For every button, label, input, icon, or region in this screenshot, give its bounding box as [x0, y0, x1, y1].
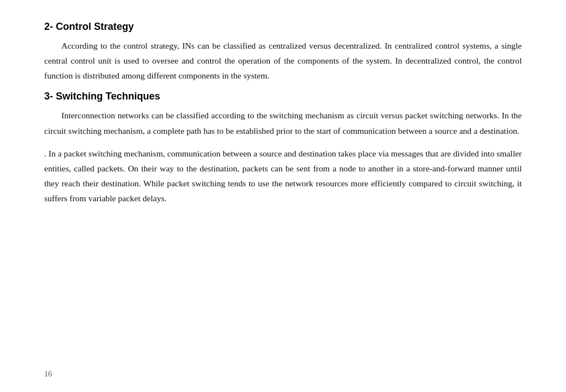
paragraph-switching-2: . In a packet switching mechanism, commu…: [44, 146, 522, 206]
page-content: 2- Control Strategy According to the con…: [18, 0, 548, 392]
section-heading-switching-techniques: 3- Switching Techniques: [44, 91, 522, 102]
paragraph-switching-1: Interconnection networks can be classifi…: [44, 108, 522, 138]
section-heading-control-strategy: 2- Control Strategy: [44, 21, 522, 33]
page-number: 16: [44, 370, 52, 379]
paragraph-control-strategy: According to the control strategy, INs c…: [44, 38, 522, 83]
